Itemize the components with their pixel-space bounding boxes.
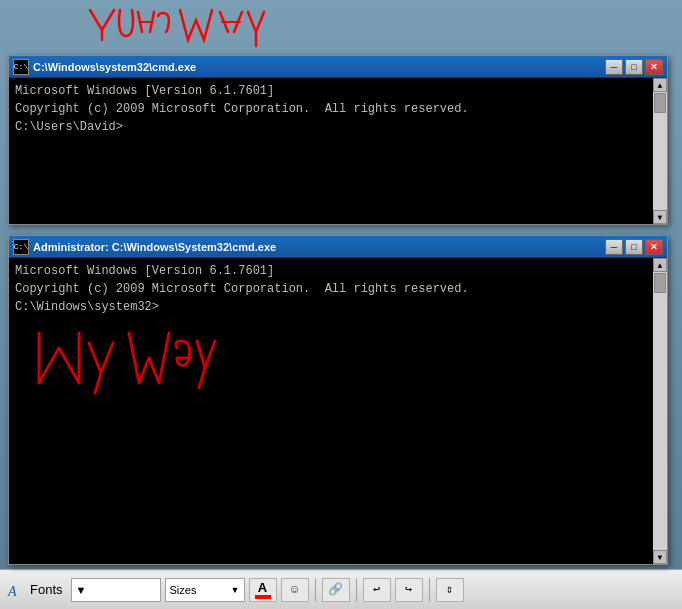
expand-icon: ⇕ xyxy=(446,582,453,597)
undo-button[interactable]: ↩ xyxy=(363,578,391,602)
title-bar-left-2: C:\ Administrator: C:\Windows\System32\c… xyxy=(13,239,276,255)
cmd-window-2: C:\ Administrator: C:\Windows\System32\c… xyxy=(8,235,668,565)
close-button-1[interactable]: ✕ xyxy=(645,59,663,75)
sizes-dropdown[interactable]: Sizes ▼ xyxy=(165,578,245,602)
redo-button[interactable]: ↪ xyxy=(395,578,423,602)
cmd-window-1: C:\ C:\Windows\system32\cmd.exe ─ □ ✕ Mi… xyxy=(8,55,668,225)
cmd-line-2-2: Copyright (c) 2009 Microsoft Corporation… xyxy=(15,280,661,298)
cmd-line-1-1: Microsoft Windows [Version 6.1.7601] xyxy=(15,82,661,100)
sizes-dropdown-arrow: ▼ xyxy=(231,585,240,595)
maximize-button-1[interactable]: □ xyxy=(625,59,643,75)
cmd-body-1: Microsoft Windows [Version 6.1.7601] Cop… xyxy=(9,78,667,224)
close-button-2[interactable]: ✕ xyxy=(645,239,663,255)
taskbar-separator-2 xyxy=(356,578,357,602)
cmd-icon-2: C:\ xyxy=(13,239,29,255)
content-area: C:\ C:\Windows\system32\cmd.exe ─ □ ✕ Mi… xyxy=(0,0,682,569)
font-color-bar xyxy=(255,595,271,599)
minimize-button-2[interactable]: ─ xyxy=(605,239,623,255)
cmd-line-1-2: Copyright (c) 2009 Microsoft Corporation… xyxy=(15,100,661,118)
scroll-up-2[interactable]: ▲ xyxy=(653,258,667,272)
undo-icon: ↩ xyxy=(373,582,380,597)
cmd-line-2-1: Microsoft Windows [Version 6.1.7601] xyxy=(15,262,661,280)
scroll-down-1[interactable]: ▼ xyxy=(653,210,667,224)
handwriting-my-way xyxy=(29,313,229,413)
smiley-icon: ☺ xyxy=(291,583,298,597)
scroll-thumb-2[interactable] xyxy=(654,273,666,293)
cmd-line-1-4: C:\Users\David> xyxy=(15,118,661,136)
taskbar-separator-3 xyxy=(429,578,430,602)
scroll-down-2[interactable]: ▼ xyxy=(653,550,667,564)
font-color-button[interactable]: A xyxy=(249,578,277,602)
cmd-body-2: Microsoft Windows [Version 6.1.7601] Cop… xyxy=(9,258,667,564)
taskbar-font-icon: A xyxy=(6,580,26,600)
paperclip-icon: 🔗 xyxy=(328,582,343,597)
scrollbar-2[interactable]: ▲ ▼ xyxy=(653,258,667,564)
taskbar-fonts-label: Fonts xyxy=(30,582,63,597)
scroll-up-1[interactable]: ▲ xyxy=(653,78,667,92)
svg-text:A: A xyxy=(7,584,17,599)
scroll-track-2 xyxy=(653,272,667,550)
scrollbar-1[interactable]: ▲ ▼ xyxy=(653,78,667,224)
taskbar: A Fonts ▼ Sizes ▼ A ☺ 🔗 ↩ ↪ ⇕ xyxy=(0,569,682,609)
title-bar-1: C:\ C:\Windows\system32\cmd.exe ─ □ ✕ xyxy=(9,56,667,78)
handwriting-your-way xyxy=(80,2,300,52)
redo-icon: ↪ xyxy=(405,582,412,597)
maximize-button-2[interactable]: □ xyxy=(625,239,643,255)
title-bar-buttons-2: ─ □ ✕ xyxy=(605,239,663,255)
scroll-track-1 xyxy=(653,92,667,210)
sizes-label: Sizes xyxy=(170,584,197,596)
minimize-button-1[interactable]: ─ xyxy=(605,59,623,75)
window2-title: Administrator: C:\Windows\System32\cmd.e… xyxy=(33,241,276,253)
taskbar-separator xyxy=(315,578,316,602)
window1-title: C:\Windows\system32\cmd.exe xyxy=(33,61,196,73)
font-color-letter: A xyxy=(258,581,267,594)
smiley-button[interactable]: ☺ xyxy=(281,578,309,602)
scroll-thumb-1[interactable] xyxy=(654,93,666,113)
expand-button[interactable]: ⇕ xyxy=(436,578,464,602)
paperclip-button[interactable]: 🔗 xyxy=(322,578,350,602)
title-bar-buttons-1: ─ □ ✕ xyxy=(605,59,663,75)
cmd-icon-1: C:\ xyxy=(13,59,29,75)
title-bar-2: C:\ Administrator: C:\Windows\System32\c… xyxy=(9,236,667,258)
fonts-dropdown[interactable]: ▼ xyxy=(71,578,161,602)
title-bar-left-1: C:\ C:\Windows\system32\cmd.exe xyxy=(13,59,196,75)
fonts-dropdown-text: ▼ xyxy=(76,584,87,596)
